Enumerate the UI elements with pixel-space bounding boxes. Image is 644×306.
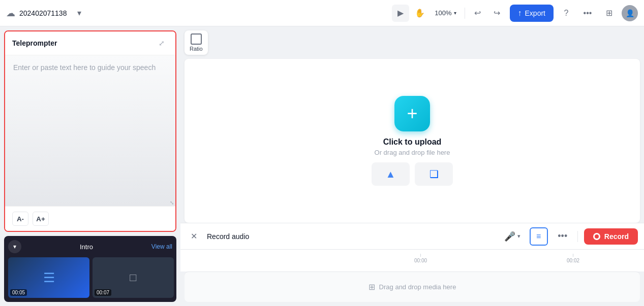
timeline-tick-1: 00:02 [567,254,579,263]
redo-btn[interactable]: ↪ [488,5,506,22]
record-dot-inner [595,234,599,239]
thumbnail-item[interactable]: ☰ 00:05 [8,257,89,298]
mic-chevron-icon: ▾ [517,233,520,240]
font-decrease-label: A- [17,215,24,223]
tick-line-1 [573,254,573,257]
google-drive-icon: ▲ [386,168,396,180]
tick-label-1: 00:02 [567,258,579,263]
thumbnail-row: ☰ 00:05 □ 00:07 [8,257,172,298]
teleprompter-toggle-button[interactable]: ≡ [530,227,548,246]
font-decrease-button[interactable]: A- [12,212,28,226]
view-all-button[interactable]: View all [151,243,172,250]
sidebar-section-title: Intro [80,243,93,251]
canvas-area: Ratio + Click to upload Or drag and drop… [180,26,644,306]
close-icon: ✕ [191,231,197,241]
undo-btn[interactable]: ↩ [469,5,486,22]
mic-icon: 🎤 [504,231,515,242]
cloud-icon: ☁ [6,8,15,19]
hand-tool-btn[interactable]: ✋ [411,5,428,22]
upload-icons-row: ▲ ❑ [372,162,453,186]
project-name: 202402071138 [19,9,67,17]
dropbox-button[interactable]: ❑ [415,162,453,186]
layout-button[interactable]: ⊞ [600,5,618,22]
thumbnail-item-2[interactable]: □ 00:07 [93,257,174,298]
sidebar-thumbs-header: ▾ Intro View all [8,240,172,253]
help-button[interactable]: ? [558,5,575,22]
redo-icon: ↪ [494,8,500,18]
help-icon: ? [564,9,569,18]
ratio-tool-button[interactable]: Ratio [185,30,208,55]
export-button[interactable]: ↑ Export [510,5,554,22]
resize-handle[interactable]: ⤡ [168,199,175,206]
teleprompter-footer: A- A+ [5,206,175,231]
dropbox-icon: ❑ [430,168,439,180]
hand-icon: ✋ [415,8,425,18]
header-right: ↑ Export ? ••• ⊞ 👤 [510,5,638,22]
ratio-toolbar: Ratio [180,26,644,59]
header-left: ☁ 202402071138 ▾ [6,5,388,22]
font-increase-button[interactable]: A+ [33,212,49,226]
microphone-button[interactable]: 🎤 ▾ [501,229,524,244]
more-record-icon: ••• [558,231,567,242]
drop-media-label: Drag and drop media here [379,283,456,291]
record-button[interactable]: Record [584,228,638,245]
teleprompter-title: Teleprompter [12,39,57,47]
thumb-icon-1: ☰ [43,270,55,286]
timeline: 00:00 00:02 00:04 [180,249,644,271]
ratio-tool-label: Ratio [190,46,203,52]
tick-line [420,254,421,257]
teleprompter-expand-button[interactable]: ⤢ [155,37,168,50]
timeline-tick-0: 00:00 [414,254,427,263]
upload-title: Click to upload [383,138,442,147]
record-label: Record [604,232,629,241]
chevron-down-icon: ▾ [13,243,16,250]
font-increase-label: A+ [36,215,45,223]
record-divider [577,231,578,242]
upload-plus-button[interactable]: + [394,96,430,131]
upload-subtitle: Or drag and drop file here [375,149,450,156]
play-mode-btn[interactable]: ▶ [392,5,409,22]
expand-icon: ⤢ [159,39,165,47]
project-chevron-btn[interactable]: ▾ [71,5,88,22]
teleprompter-lines-icon: ≡ [536,232,541,241]
tick-label-0: 00:00 [414,258,427,263]
drop-media-area[interactable]: ⊞ Drag and drop media here [185,271,640,302]
teleprompter-panel: Teleprompter ⤢ ⤡ A- A+ [4,30,176,232]
undo-icon: ↩ [474,8,481,18]
sidebar-thumbnails: ▾ Intro View all ☰ 00:05 □ 00:07 [4,236,176,302]
chevron-down-icon: ▾ [77,8,81,18]
grid-icon: ⊞ [369,282,375,292]
more-record-options-button[interactable]: ••• [554,228,571,245]
close-record-button[interactable]: ✕ [187,229,201,244]
avatar[interactable]: 👤 [622,5,638,21]
plus-icon: + [407,103,417,124]
thumb-icon-2: □ [130,271,136,284]
collapse-sidebar-btn[interactable]: ▾ [8,240,21,253]
upload-canvas: + Click to upload Or drag and drop file … [185,59,640,223]
divider [465,8,465,19]
teleprompter-header: Teleprompter ⤢ [5,31,175,55]
more-icon: ••• [584,9,592,18]
record-bar: ✕ Record audio 🎤 ▾ ≡ ••• Record [180,223,644,249]
main: Teleprompter ⤢ ⤡ A- A+ [0,26,644,306]
avatar-initial: 👤 [626,9,634,17]
zoom-control[interactable]: 100% ▾ [431,7,460,19]
ratio-tool-icon [191,33,202,45]
zoom-chevron-icon: ▾ [454,10,456,16]
google-drive-button[interactable]: ▲ [372,162,410,186]
header-center: ▶ ✋ 100% ▾ ↩ ↪ [392,5,505,22]
teleprompter-textarea[interactable] [5,55,175,206]
record-audio-label: Record audio [207,232,495,241]
export-icon: ↑ [518,9,522,18]
left-panel: Teleprompter ⤢ ⤡ A- A+ [0,26,180,306]
thumb-timestamp-1: 00:05 [10,289,27,296]
zoom-label: 100% [435,9,451,17]
layout-icon: ⊞ [606,8,612,18]
header: ☁ 202402071138 ▾ ▶ ✋ 100% ▾ ↩ ↪ ↑ Export… [0,0,644,26]
play-icon: ▶ [397,8,404,18]
more-options-button[interactable]: ••• [579,5,596,22]
export-label: Export [525,9,545,17]
thumb-timestamp-2: 00:07 [95,289,111,296]
record-dot [593,233,600,240]
timeline-ruler: 00:00 00:02 00:04 [414,250,644,271]
